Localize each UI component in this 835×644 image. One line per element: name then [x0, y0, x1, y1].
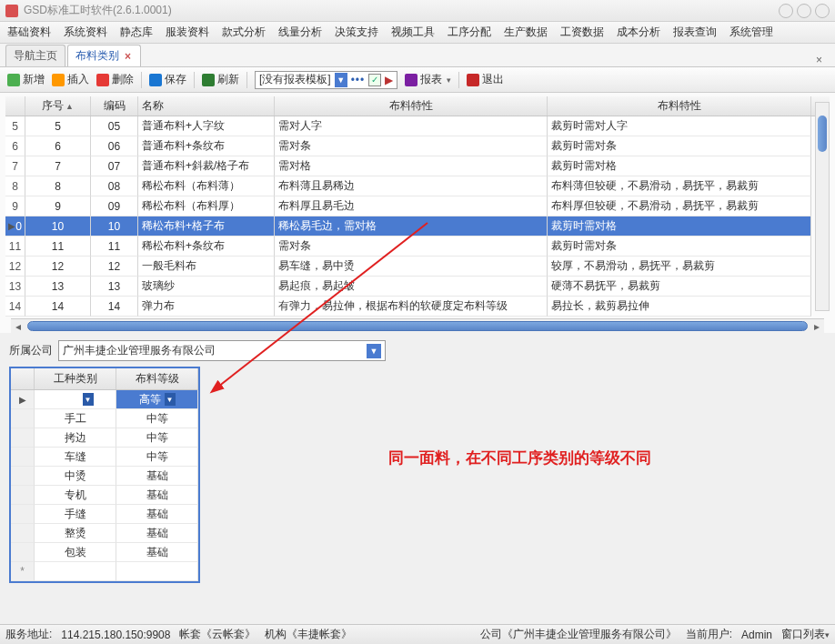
cell-prop1[interactable]: 需对条: [275, 136, 548, 156]
cell-code[interactable]: 07: [91, 156, 138, 176]
cell-work-type[interactable]: 裁剪▼: [35, 390, 116, 409]
cell-prop1[interactable]: 布料薄且易稀边: [275, 176, 548, 196]
menu-item[interactable]: 成本分析: [617, 25, 660, 40]
detail-row[interactable]: 手缝基础: [11, 505, 198, 524]
cell-prop2[interactable]: 裁剪时需对人字: [548, 116, 811, 136]
cell-code[interactable]: 12: [91, 257, 138, 277]
detail-row[interactable]: 包装基础: [11, 543, 198, 562]
cell-name[interactable]: 稀松布料+格子布: [138, 216, 275, 236]
cell-prop1[interactable]: 有弹力，易拉伸，根据布料的软硬度定布料等级: [275, 297, 548, 317]
detail-add-row[interactable]: *: [11, 562, 198, 581]
cell-code[interactable]: 05: [91, 116, 138, 136]
cell-seq[interactable]: 7: [25, 156, 91, 176]
cell-grade[interactable]: 中等: [116, 428, 198, 448]
cell-work-type[interactable]: 整烫: [35, 524, 116, 543]
cell-prop2[interactable]: 易拉长，裁剪易拉伸: [548, 297, 811, 317]
cell-seq[interactable]: 5: [25, 116, 91, 136]
scroll-right-icon[interactable]: ▸: [810, 319, 824, 333]
menu-item[interactable]: 线量分析: [278, 25, 322, 40]
cell-prop2[interactable]: 裁剪时需对条: [548, 236, 811, 257]
window-list-button[interactable]: 窗口列表▾: [781, 627, 830, 642]
horizontal-scrollbar[interactable]: ◂ ▸: [11, 318, 824, 333]
table-row[interactable]: 9909稀松布料（布料厚）布料厚且易毛边布料厚但较硬，不易滑动，易抚平，易裁剪: [5, 196, 830, 216]
detail-row[interactable]: 手工中等: [11, 409, 198, 428]
col-fabric-grade[interactable]: 布料等级: [116, 368, 198, 389]
cell-prop2[interactable]: 裁剪时需对格: [548, 216, 811, 236]
menu-item[interactable]: 工序分配: [448, 25, 491, 40]
cell-name[interactable]: 稀松布料（布料薄）: [138, 176, 275, 196]
cell-prop2[interactable]: 较厚，不易滑动，易抚平，易裁剪: [548, 257, 811, 277]
exit-button[interactable]: 退出: [467, 72, 504, 87]
cell-work-type[interactable]: 车缝: [35, 448, 116, 467]
cell-seq[interactable]: 11: [25, 236, 91, 257]
cell-prop2[interactable]: 布料厚但较硬，不易滑动，易抚平，易裁剪: [548, 196, 811, 216]
cell-grade[interactable]: 基础: [116, 543, 198, 562]
menu-item[interactable]: 视频工具: [391, 25, 435, 40]
cell-work-type[interactable]: 包装: [35, 543, 116, 562]
chevron-down-icon[interactable]: ▼: [83, 393, 94, 406]
cell-code[interactable]: 10: [91, 216, 138, 236]
chevron-down-icon[interactable]: ▼: [165, 393, 176, 406]
cell-work-type[interactable]: 专机: [35, 486, 116, 505]
vertical-scrollbar[interactable]: [815, 102, 830, 311]
cell-prop1[interactable]: 布料厚且易毛边: [275, 196, 548, 216]
cell-seq[interactable]: 6: [25, 136, 91, 156]
cell-work-type[interactable]: 手工: [35, 409, 116, 428]
table-row[interactable]: 5505普通布料+人字纹需对人字裁剪时需对人字: [5, 116, 830, 136]
col-prop1[interactable]: 布料特性: [275, 96, 548, 116]
check-icon[interactable]: ✓: [368, 74, 381, 86]
cell-grade[interactable]: 基础: [116, 524, 198, 543]
tab-nav-home[interactable]: 导航主页: [5, 45, 65, 66]
menu-item[interactable]: 款式分析: [222, 25, 266, 40]
cell-grade[interactable]: 中等: [116, 448, 198, 467]
col-seq[interactable]: 序号▲: [25, 96, 91, 116]
vscroll-thumb[interactable]: [818, 116, 827, 152]
menu-item[interactable]: 系统管理: [729, 25, 773, 40]
detail-row[interactable]: 拷边中等: [11, 428, 198, 448]
cell-seq[interactable]: 8: [25, 176, 91, 196]
template-select[interactable]: [没有报表模板] ▼ ••• ✓ ▶: [255, 71, 397, 89]
detail-row[interactable]: 整烫基础: [11, 524, 198, 543]
cell-prop1[interactable]: 需对格: [275, 156, 548, 176]
menu-item[interactable]: 系统资料: [64, 25, 107, 40]
cell-code[interactable]: 13: [91, 277, 138, 297]
detail-row[interactable]: ▶裁剪▼高等▼: [11, 390, 198, 409]
close-button[interactable]: [815, 4, 830, 18]
cell-prop2[interactable]: 硬薄不易抚平，易裁剪: [548, 277, 811, 297]
cell-code[interactable]: 06: [91, 136, 138, 156]
cell-name[interactable]: 普通布料+斜裁/格子布: [138, 156, 275, 176]
report-button[interactable]: 报表▾: [405, 72, 451, 87]
table-row[interactable]: 141414弹力布有弹力，易拉伸，根据布料的软硬度定布料等级易拉长，裁剪易拉伸: [5, 297, 830, 317]
table-row[interactable]: 111111稀松布料+条纹布需对条裁剪时需对条: [5, 236, 830, 257]
cell-grade[interactable]: 高等▼: [116, 390, 198, 409]
col-code[interactable]: 编码: [91, 96, 138, 116]
refresh-button[interactable]: 刷新: [202, 72, 239, 87]
cell-prop1[interactable]: 需对条: [275, 236, 548, 257]
cell-name[interactable]: 玻璃纱: [138, 277, 275, 297]
cell-grade[interactable]: 中等: [116, 409, 198, 428]
menu-item[interactable]: 服装资料: [166, 25, 209, 40]
cell-work-type[interactable]: 手缝: [35, 505, 116, 524]
cell-seq[interactable]: 14: [25, 297, 91, 317]
detail-row[interactable]: 中烫基础: [11, 467, 198, 486]
menu-item[interactable]: 基础资料: [7, 25, 51, 40]
cell-code[interactable]: 09: [91, 196, 138, 216]
cell-prop1[interactable]: 易起痕，易起皱: [275, 277, 548, 297]
scroll-thumb[interactable]: [27, 321, 808, 331]
col-work-type[interactable]: 工种类别: [35, 368, 116, 389]
cell-prop2[interactable]: 裁剪时需对格: [548, 156, 811, 176]
detail-row[interactable]: 专机基础: [11, 486, 198, 505]
cell-name[interactable]: 稀松布料+条纹布: [138, 236, 275, 257]
tab-fabric-category[interactable]: 布料类别 ×: [67, 45, 141, 66]
table-row[interactable]: 8808稀松布料（布料薄）布料薄且易稀边布料薄但较硬，不易滑动，易抚平，易裁剪: [5, 176, 830, 196]
table-row[interactable]: 121212一般毛料布易车缝，易中烫较厚，不易滑动，易抚平，易裁剪: [5, 257, 830, 277]
col-name[interactable]: 名称: [138, 96, 275, 116]
cell-name[interactable]: 一般毛料布: [138, 257, 275, 277]
cell-code[interactable]: 08: [91, 176, 138, 196]
menu-item[interactable]: 工资数据: [560, 25, 604, 40]
menu-item[interactable]: 报表查询: [673, 25, 717, 40]
cell-prop2[interactable]: 裁剪时需对条: [548, 136, 811, 156]
cell-name[interactable]: 普通布料+条纹布: [138, 136, 275, 156]
company-select[interactable]: 广州丰捷企业管理服务有限公司 ▼: [58, 340, 386, 361]
col-prop2[interactable]: 布料特性: [548, 96, 811, 116]
